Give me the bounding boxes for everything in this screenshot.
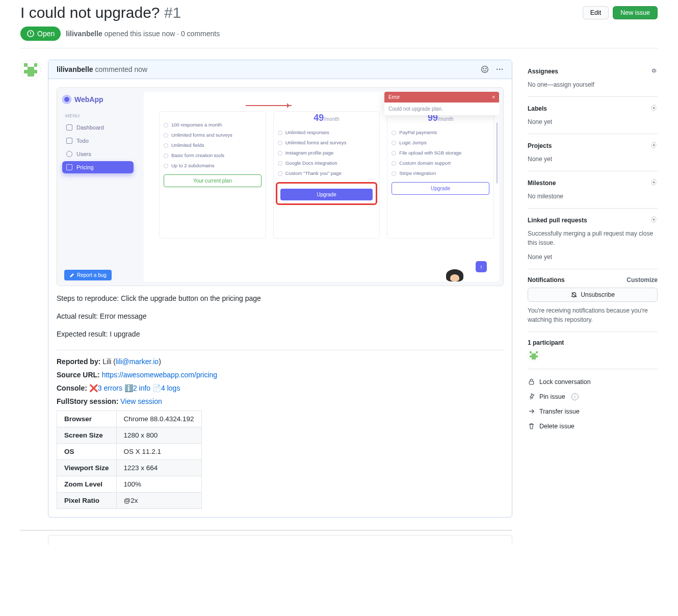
state-badge: Open [20,27,61,41]
sidebar-notifications: NotificationsCustomize Unsubscribe You'r… [528,269,658,332]
trash-icon [528,422,535,430]
plan-basic: 100 responses a month Unlimited forms an… [159,111,266,239]
arrow-right-icon [528,407,535,415]
edit-button[interactable]: Edit [583,6,609,19]
svg-rect-11 [529,381,533,384]
avatar[interactable] [20,60,41,80]
lock-icon [528,378,535,386]
svg-point-4 [483,68,484,69]
divider [20,48,658,48]
table-row: Zoom Level100% [57,476,202,493]
nav-todo: Todo [62,135,134,147]
home-icon [66,124,72,131]
issue-meta: lilivanbelle opened this issue now · 0 c… [66,30,220,38]
comment-body: WebApp MENU Dashboard Todo Users Pricing [48,79,512,517]
table-row: Pixel Ratio@2x [57,493,202,509]
gear-icon[interactable] [650,67,658,76]
current-plan-badge: Your current plan [164,174,262,187]
nav-dashboard: Dashboard [62,121,134,134]
expected-text: Expected result: I upgrade [57,329,504,340]
timeline-end [20,530,512,535]
new-issue-button[interactable]: New issue [613,6,658,19]
console-errors-link[interactable]: 3 errors [98,384,122,392]
table-row: Screen Size1280 x 800 [57,427,202,444]
svg-point-8 [653,182,655,184]
svg-point-2 [30,35,31,35]
author-link[interactable]: lilivanbelle [66,30,102,38]
issue-title-text: I could not upgrade? [20,4,160,21]
reporter-email-link[interactable]: lili@marker.io [116,357,159,366]
separator [57,350,504,350]
new-comment-box[interactable] [48,535,512,545]
annotation-highlight: Upgrade [276,182,378,205]
issue-header: I could not upgrade? #1 Edit New issue O… [20,0,658,48]
sidebar-projects: Projects None yet [528,134,658,171]
screenshot-attachment[interactable]: WebApp MENU Dashboard Todo Users Pricing [57,87,504,286]
nav-pricing: Pricing [62,161,134,173]
fullstory-line: FullStory session: View session [57,397,504,405]
sidebar-participants: 1 participant [528,332,658,369]
pin-icon [528,393,535,400]
app-brand: WebApp [62,95,134,104]
actual-text: Actual result: Error message [57,311,504,322]
plan-business: 99/month PayPal payments Logic Jumps Fil… [387,111,494,239]
svg-point-7 [653,144,655,146]
opened-text: opened this issue now · 0 comments [105,30,220,38]
steps-text: Steps to reproduce: Click the upgrade bu… [57,293,504,304]
svg-point-6 [653,107,655,109]
scrollbar [496,122,498,184]
delete-issue[interactable]: Delete issue [528,419,658,433]
close-icon: × [492,94,495,100]
upgrade-button: Upgrade [280,189,373,200]
pin-issue[interactable]: Pin issue i [528,389,658,404]
table-row: BrowserChrome 88.0.4324.192 [57,411,202,427]
comment-time: commented now [95,65,147,73]
console-line: Console: ❌3 errors ℹ️2 info 📄4 logs [57,384,504,392]
card-icon [66,164,72,170]
report-bug-button: Report a bug [64,270,112,280]
info-icon[interactable]: i [571,393,579,400]
upgrade-button-outline: Upgrade [392,182,489,195]
console-info-link[interactable]: 2 info [133,384,150,392]
gear-icon[interactable] [650,216,658,225]
sidebar: Assignees No one—assign yourself Labels … [528,60,658,545]
annotation-arrow [246,105,292,106]
table-row: OSOS X 11.2.1 [57,444,202,460]
comment-header: lilivanbelle commented now ··· [48,60,512,79]
source-url-link[interactable]: https://awesomewebapp.com/pricing [102,371,217,379]
illustration-person [446,269,463,281]
reported-by: Reported by: Lili (lili@marker.io) [57,357,504,366]
emoji-icon[interactable] [481,65,489,73]
assign-yourself-link[interactable]: No one—assign yourself [528,80,658,89]
svg-point-3 [482,66,488,73]
sidebar-linked-prs: Linked pull requests Successfully mergin… [528,209,658,269]
kebab-icon[interactable]: ··· [496,65,504,73]
comment-box: lilivanbelle commented now ··· [48,60,512,518]
svg-point-9 [653,219,655,221]
svg-point-5 [486,68,486,69]
environment-table: BrowserChrome 88.0.4324.192 Screen Size1… [57,410,202,509]
issue-title: I could not upgrade? #1 [20,4,181,21]
console-logs-link[interactable]: 4 logs [161,384,180,392]
lock-conversation[interactable]: Lock conversation [528,374,658,389]
customize-link[interactable]: Customize [627,276,658,284]
gear-icon[interactable] [650,104,658,113]
gear-icon[interactable] [650,141,658,150]
transfer-issue[interactable]: Transfer issue [528,404,658,419]
source-url: Source URL: https://awesomewebapp.com/pr… [57,371,504,379]
gear-icon[interactable] [650,178,658,188]
sidebar-labels: Labels None yet [528,97,658,134]
pencil-icon [69,273,74,278]
comment-author[interactable]: lilivanbelle [57,65,93,73]
brand-logo-icon [62,95,71,104]
participant-avatar[interactable] [528,349,540,362]
user-icon [66,151,72,157]
sidebar-milestone: Milestone No milestone [528,171,658,209]
menu-label: MENU [65,113,134,118]
error-toast: Error× Could not upgrade plan. [384,92,499,115]
issue-number: #1 [164,4,181,21]
unsubscribe-button[interactable]: Unsubscribe [528,288,658,302]
state-text: Open [37,30,55,38]
issue-open-icon [27,30,35,38]
fullstory-link[interactable]: View session [120,397,162,405]
